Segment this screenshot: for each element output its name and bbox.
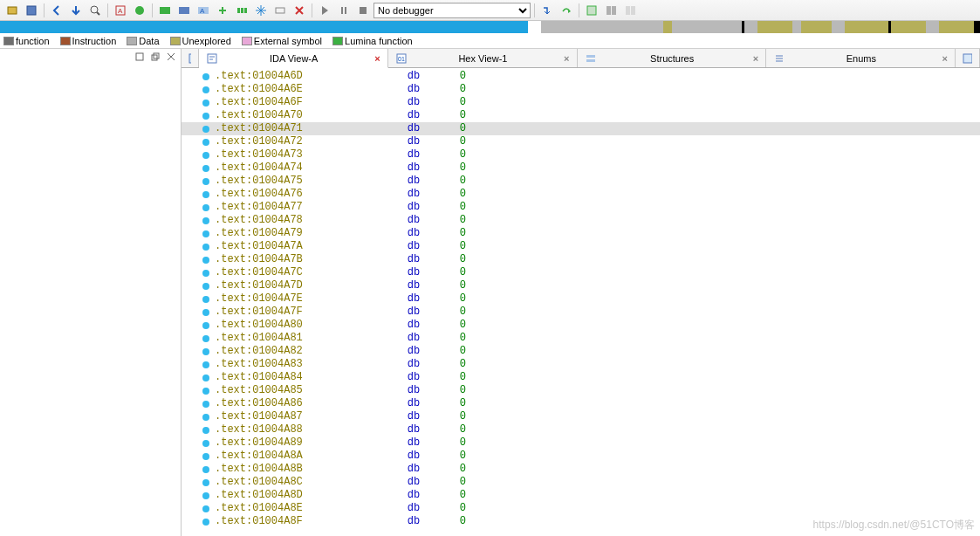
nav-segment[interactable]	[663, 21, 672, 33]
nav-segment[interactable]	[0, 21, 528, 33]
breakpoint-bullet-icon[interactable]	[202, 335, 209, 342]
breakpoint-bullet-icon[interactable]	[202, 322, 209, 329]
disasm-row[interactable]: .text:01004A82db0	[182, 345, 980, 358]
nav-segment[interactable]	[757, 21, 792, 33]
breakpoint-bullet-icon[interactable]	[202, 309, 209, 316]
pause-icon[interactable]	[335, 2, 353, 19]
disasm-row[interactable]: .text:01004A7Adb0	[182, 240, 980, 253]
rename-icon[interactable]	[271, 2, 289, 19]
breakpoint-bullet-icon[interactable]	[202, 479, 209, 486]
tab-hex-view-1[interactable]: 01Hex View-1×	[388, 49, 578, 67]
nav-segment[interactable]	[845, 21, 888, 33]
disasm-row[interactable]: .text:01004A70db0	[182, 109, 980, 122]
disasm-row[interactable]: .text:01004A80db0	[182, 319, 980, 332]
nav-segment[interactable]	[792, 21, 801, 33]
breakpoint-bullet-icon[interactable]	[202, 126, 209, 133]
nav-segment[interactable]	[801, 21, 832, 33]
breakpoint-bullet-icon[interactable]	[202, 100, 209, 107]
disasm-row[interactable]: .text:01004A6Fdb0	[182, 96, 980, 109]
tab-more-icon[interactable]	[956, 49, 980, 67]
disasm-row[interactable]: .text:01004A7Cdb0	[182, 266, 980, 279]
stop-icon[interactable]	[354, 2, 372, 19]
down-arrow-icon[interactable]	[67, 2, 85, 19]
text-segment-icon[interactable]: A	[112, 2, 129, 19]
nav-segment[interactable]	[528, 21, 541, 33]
tab-close-icon[interactable]: ×	[374, 53, 380, 64]
disasm-row[interactable]: .text:01004A85db0	[182, 384, 980, 397]
breakpoint-bullet-icon[interactable]	[202, 152, 209, 159]
debugger-select[interactable]: No debugger	[373, 3, 531, 18]
step-over-icon[interactable]	[558, 2, 575, 19]
breakpoint-bullet-icon[interactable]	[202, 139, 209, 146]
detach-icon[interactable]	[621, 2, 639, 19]
nav-segment[interactable]	[891, 21, 926, 33]
breakpoint-bullet-icon[interactable]	[202, 440, 209, 447]
disasm-row[interactable]: .text:01004A73db0	[182, 148, 980, 161]
code-icon[interactable]	[156, 2, 174, 19]
breakpoint-bullet-icon[interactable]	[202, 257, 209, 264]
navigation-bar[interactable]	[0, 21, 980, 33]
breakpoint-bullet-icon[interactable]	[202, 388, 209, 395]
restore-icon[interactable]	[149, 51, 161, 63]
nav-segment[interactable]	[974, 21, 980, 33]
disasm-row[interactable]: .text:01004A78db0	[182, 214, 980, 227]
breakpoint-bullet-icon[interactable]	[202, 191, 209, 198]
breakpoint-bullet-icon[interactable]	[202, 414, 209, 421]
nav-segment[interactable]	[926, 21, 939, 33]
breakpoint-bullet-icon[interactable]	[202, 113, 209, 120]
breakpoint-bullet-icon[interactable]	[202, 165, 209, 172]
breakpoint-bullet-icon[interactable]	[202, 492, 209, 499]
disasm-row[interactable]: .text:01004A8Edb0	[182, 502, 980, 515]
breakpoint-bullet-icon[interactable]	[202, 86, 209, 93]
delete-icon[interactable]	[291, 2, 308, 19]
disasm-row[interactable]: .text:01004A8Bdb0	[182, 463, 980, 476]
open-icon[interactable]	[3, 2, 21, 19]
disasm-row[interactable]: .text:01004A71db0	[182, 122, 980, 135]
data-icon[interactable]	[175, 2, 193, 19]
disasm-row[interactable]: .text:01004A72db0	[182, 135, 980, 148]
disasm-row[interactable]: .text:01004A75db0	[182, 175, 980, 188]
tab-ida-view-a[interactable]: IDA View-A×	[199, 49, 388, 68]
breakpoint-bullet-icon[interactable]	[202, 230, 209, 237]
nav-segment[interactable]	[939, 21, 974, 33]
tab-enums[interactable]: Enums×	[766, 49, 956, 67]
breakpoint-bullet-icon[interactable]	[202, 427, 209, 434]
disasm-row[interactable]: .text:01004A89db0	[182, 436, 980, 450]
disasm-row[interactable]: .text:01004A7Ddb0	[182, 279, 980, 292]
disasm-row[interactable]: .text:01004A79db0	[182, 227, 980, 240]
disasm-row[interactable]: .text:01004A74db0	[182, 161, 980, 175]
minimize-icon[interactable]	[134, 51, 146, 63]
disasm-row[interactable]: .text:01004A8Cdb0	[182, 476, 980, 489]
nav-segment[interactable]	[744, 21, 757, 33]
breakpoint-bullet-icon[interactable]	[202, 453, 209, 460]
attach-icon[interactable]	[602, 2, 620, 19]
disasm-row[interactable]: .text:01004A86db0	[182, 397, 980, 410]
breakpoint-bullet-icon[interactable]	[202, 178, 209, 185]
breakpoint-bullet-icon[interactable]	[202, 73, 209, 80]
tab-close-icon[interactable]: ×	[753, 53, 758, 64]
struct-add-icon[interactable]	[214, 2, 231, 19]
breakpoint-bullet-icon[interactable]	[202, 519, 209, 526]
disasm-row[interactable]: .text:01004A8Adb0	[182, 450, 980, 463]
disasm-row[interactable]: .text:01004A76db0	[182, 188, 980, 201]
run-icon[interactable]	[316, 2, 333, 19]
disasm-row[interactable]: .text:01004A83db0	[182, 358, 980, 371]
nav-segment[interactable]	[832, 21, 845, 33]
snowflake-icon[interactable]	[252, 2, 270, 19]
array-icon[interactable]	[233, 2, 250, 19]
prev-icon[interactable]	[48, 2, 65, 19]
disasm-row[interactable]: .text:01004A84db0	[182, 371, 980, 384]
string-icon[interactable]: A	[195, 2, 212, 19]
disasm-row[interactable]: .text:01004A8Ddb0	[182, 489, 980, 502]
zoom-icon[interactable]	[86, 2, 104, 19]
disasm-row[interactable]: .text:01004A77db0	[182, 201, 980, 214]
breakpoint-bullet-icon[interactable]	[202, 296, 209, 303]
disasm-row[interactable]: .text:01004A81db0	[182, 332, 980, 345]
breakpoint-bullet-icon[interactable]	[202, 348, 209, 355]
breakpoint-bullet-icon[interactable]	[202, 505, 209, 512]
disasm-row[interactable]: .text:01004A6Ddb0	[182, 70, 980, 83]
breakpoint-bullet-icon[interactable]	[202, 217, 209, 224]
tab-close-icon[interactable]: ×	[942, 53, 948, 64]
window-icon[interactable]	[583, 2, 600, 19]
nav-segment[interactable]	[541, 21, 663, 33]
